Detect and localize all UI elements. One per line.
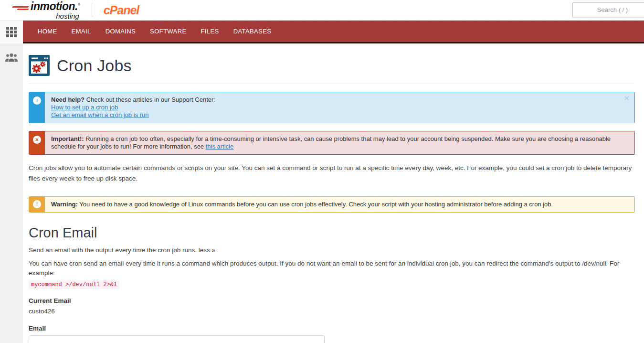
- logo-divider: [92, 3, 92, 17]
- grid-icon: [6, 27, 17, 37]
- cpanel-logo[interactable]: cPanel: [104, 3, 139, 17]
- users-icon: [4, 53, 19, 63]
- inmotion-swoosh-icon: [12, 6, 29, 10]
- email-label: Email: [29, 325, 635, 332]
- nav-item-databases[interactable]: DATABASES: [226, 28, 279, 35]
- inmotion-logo-text: inmotion.®: [31, 1, 80, 12]
- search-container: [572, 2, 644, 17]
- less-toggle-link[interactable]: less »: [199, 247, 215, 254]
- app-shell: HOME EMAIL DOMAINS SOFTWARE FILES DATABA…: [0, 21, 644, 343]
- apps-grid-button[interactable]: [0, 21, 23, 43]
- page-content: Cron Jobs i Need help? Check out these a…: [23, 43, 644, 343]
- current-email-label: Current Email: [29, 297, 635, 304]
- help-link-cron-email[interactable]: Get an email when a cron job is run: [51, 111, 149, 118]
- this-article-link[interactable]: this article: [206, 143, 234, 150]
- cron-email-summary: Send an email with the output every time…: [29, 247, 635, 254]
- important-callout: ✕ Important!: Running a cron job too oft…: [29, 131, 635, 155]
- nav-item-files[interactable]: FILES: [194, 28, 226, 35]
- example-command-code: mycommand >/dev/null 2>&1: [29, 280, 119, 289]
- warning-callout: ! Warning: You need to have a good knowl…: [29, 196, 635, 213]
- important-text: Running a cron job too often, especially…: [51, 135, 611, 150]
- warning-icon: !: [33, 200, 41, 208]
- cron-jobs-icon: [29, 55, 50, 76]
- cron-intro-paragraph: Cron jobs allow you to automate certain …: [29, 163, 635, 183]
- page-title-row: Cron Jobs: [29, 51, 635, 84]
- current-email-value: custo426: [29, 308, 635, 315]
- nav-item-software[interactable]: SOFTWARE: [143, 28, 193, 35]
- close-icon[interactable]: ✕: [623, 94, 630, 103]
- info-callout: i Need help? Check out these articles in…: [29, 92, 635, 123]
- email-input[interactable]: [29, 335, 325, 343]
- warning-label: Warning:: [51, 201, 78, 208]
- main-navbar: HOME EMAIL DOMAINS SOFTWARE FILES DATABA…: [23, 21, 644, 43]
- top-header: inmotion.® hosting cPanel: [0, 0, 644, 21]
- nav-item-home[interactable]: HOME: [31, 28, 64, 35]
- inmotion-logo[interactable]: inmotion.® hosting: [12, 1, 80, 20]
- search-input[interactable]: [572, 2, 644, 17]
- left-sidebar: [0, 21, 23, 343]
- warning-text: You need to have a good knowledge of Lin…: [78, 201, 553, 208]
- important-label: Important!:: [51, 135, 84, 142]
- inmotion-logo-subtext: hosting: [56, 12, 79, 20]
- page-title: Cron Jobs: [57, 56, 132, 75]
- info-icon: i: [33, 96, 41, 105]
- help-link-setup-cron[interactable]: How to set up a cron job: [51, 104, 118, 111]
- registered-mark: ®: [78, 3, 80, 6]
- main-column: HOME EMAIL DOMAINS SOFTWARE FILES DATABA…: [23, 21, 644, 343]
- cron-email-heading: Cron Email: [29, 225, 635, 241]
- user-manager-button[interactable]: [0, 47, 23, 68]
- cron-email-description: You can have cron send an email every ti…: [29, 259, 635, 279]
- error-icon: ✕: [33, 136, 41, 144]
- info-lead: Need help? Check out these articles in o…: [51, 96, 622, 104]
- nav-item-email[interactable]: EMAIL: [64, 28, 98, 35]
- nav-item-domains[interactable]: DOMAINS: [98, 28, 143, 35]
